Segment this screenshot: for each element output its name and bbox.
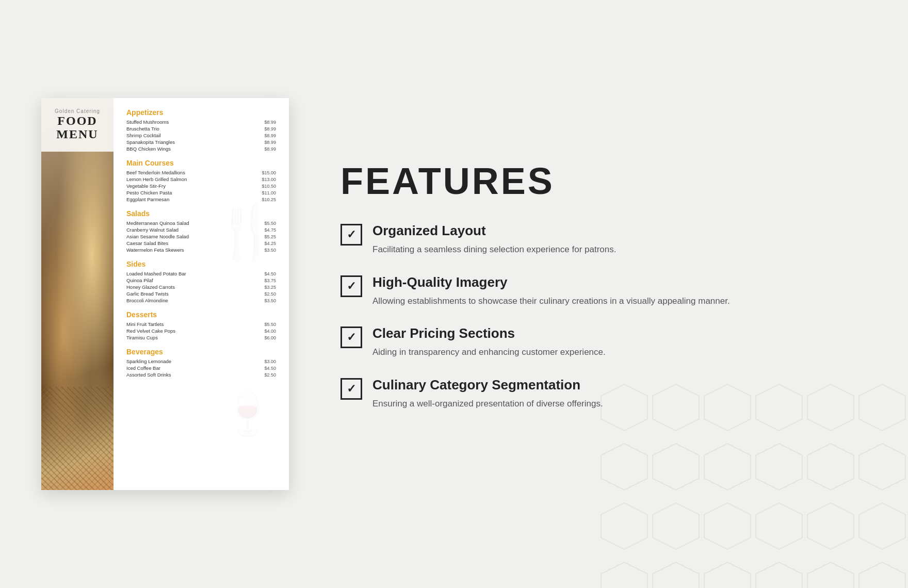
item-name: Cranberry Walnut Salad bbox=[126, 227, 264, 233]
item-price: $4.50 bbox=[264, 271, 276, 276]
menu-section-appetizers: AppetizersStuffed Mushrooms$8.99Bruschet… bbox=[126, 108, 276, 152]
item-name: Broccoli Almondine bbox=[126, 298, 264, 303]
checkmark-icon: ✓ bbox=[347, 228, 356, 241]
menu-item-row: Bruschetta Trio$8.99 bbox=[126, 126, 276, 132]
item-name: Loaded Mashed Potato Bar bbox=[126, 271, 264, 276]
item-name: Stuffed Mushrooms bbox=[126, 119, 264, 125]
item-price: $5.25 bbox=[264, 234, 276, 239]
menu-item-row: Vegetable Stir-Fry$10.50 bbox=[126, 183, 276, 189]
section-title-beverages: Beverages bbox=[126, 348, 276, 356]
feature-description: Allowing establishments to showcase thei… bbox=[372, 295, 846, 308]
feature-checkbox: ✓ bbox=[340, 326, 362, 348]
section-title-desserts: Desserts bbox=[126, 311, 276, 319]
menu-item-row: Broccoli Almondine$3.50 bbox=[126, 298, 276, 303]
item-name: Watermelon Feta Skewers bbox=[126, 247, 264, 253]
feature-item-high-quality-imagery: ✓High-Quality ImageryAllowing establishm… bbox=[340, 274, 846, 308]
checkmark-icon: ✓ bbox=[347, 280, 356, 293]
menu-item-row: Spanakopita Triangles$8.99 bbox=[126, 139, 276, 145]
menu-item-row: Garlic Bread Twists$2.50 bbox=[126, 291, 276, 297]
feature-heading: High-Quality Imagery bbox=[372, 274, 846, 290]
item-name: Bruschetta Trio bbox=[126, 126, 264, 132]
feature-item-culinary-segmentation: ✓Culinary Category SegmentationEnsuring … bbox=[340, 377, 846, 411]
menu-section-desserts: DessertsMini Fruit Tartlets$5.50Red Velv… bbox=[126, 311, 276, 340]
item-name: Eggplant Parmesan bbox=[126, 197, 262, 202]
feature-heading: Clear Pricing Sections bbox=[372, 325, 846, 341]
item-name: Spanakopita Triangles bbox=[126, 139, 264, 145]
item-price: $4.25 bbox=[264, 241, 276, 246]
feature-text-block: High-Quality ImageryAllowing establishme… bbox=[372, 274, 846, 308]
menu-item-row: Pesto Chicken Pasta$11.00 bbox=[126, 190, 276, 195]
item-name: Caesar Salad Bites bbox=[126, 240, 264, 246]
item-price: $15.00 bbox=[262, 170, 276, 175]
menu-item-row: Lemon Herb Grilled Salmon$13.00 bbox=[126, 176, 276, 182]
item-name: Honey Glazed Carrots bbox=[126, 284, 264, 290]
item-price: $3.75 bbox=[264, 278, 276, 283]
features-section: FEATURES ✓Organized LayoutFacilitating a… bbox=[320, 150, 867, 438]
checkmark-icon: ✓ bbox=[347, 382, 356, 396]
feature-description: Ensuring a well-organized presentation o… bbox=[372, 397, 846, 411]
item-name: Pesto Chicken Pasta bbox=[126, 190, 262, 195]
item-price: $3.50 bbox=[264, 248, 276, 253]
menu-section-salads: SaladsMediterranean Quinoa Salad$5.50Cra… bbox=[126, 209, 276, 253]
menu-section-beverages: BeveragesSparkling Lemonade$3.00Iced Cof… bbox=[126, 348, 276, 378]
feature-heading: Organized Layout bbox=[372, 223, 846, 239]
feature-text-block: Organized LayoutFacilitating a seamless … bbox=[372, 223, 846, 256]
menu-item-row: Shrimp Cocktail$8.99 bbox=[126, 133, 276, 138]
item-price: $8.99 bbox=[264, 133, 276, 138]
section-title-salads: Salads bbox=[126, 209, 276, 218]
menu-branding: Golden Catering bbox=[49, 108, 106, 114]
menu-item-row: Cranberry Walnut Salad$4.75 bbox=[126, 227, 276, 233]
menu-item-row: Honey Glazed Carrots$3.25 bbox=[126, 284, 276, 290]
item-price: $4.50 bbox=[264, 366, 276, 371]
menu-item-row: Quinoa Pilaf$3.75 bbox=[126, 277, 276, 283]
menu-item-row: Sparkling Lemonade$3.00 bbox=[126, 358, 276, 364]
item-price: $11.00 bbox=[262, 190, 276, 195]
item-name: BBQ Chicken Wings bbox=[126, 146, 264, 152]
menu-title: FOODMENU bbox=[49, 114, 106, 141]
feature-checkbox: ✓ bbox=[340, 378, 362, 400]
item-price: $10.50 bbox=[262, 184, 276, 189]
item-name: Quinoa Pilaf bbox=[126, 277, 264, 283]
menu-item-row: Asian Sesame Noodle Salad$5.25 bbox=[126, 234, 276, 239]
item-name: Tiramisu Cups bbox=[126, 335, 264, 340]
feature-heading: Culinary Category Segmentation bbox=[372, 377, 846, 393]
menu-item-row: Mediterranean Quinoa Salad$5.50 bbox=[126, 220, 276, 226]
item-price: $8.99 bbox=[264, 146, 276, 152]
menu-item-row: BBQ Chicken Wings$8.99 bbox=[126, 146, 276, 152]
feature-item-clear-pricing: ✓Clear Pricing SectionsAiding in transpa… bbox=[340, 325, 846, 359]
menu-item-row: Mini Fruit Tartlets$5.50 bbox=[126, 321, 276, 327]
item-price: $4.00 bbox=[264, 329, 276, 334]
item-name: Assorted Soft Drinks bbox=[126, 372, 264, 378]
menu-card: Golden Catering FOODMENU AppetizersStuff… bbox=[41, 98, 289, 490]
item-name: Asian Sesame Noodle Salad bbox=[126, 234, 264, 239]
item-price: $8.99 bbox=[264, 126, 276, 132]
item-name: Sparkling Lemonade bbox=[126, 358, 264, 364]
item-price: $13.00 bbox=[262, 177, 276, 182]
item-price: $5.50 bbox=[264, 221, 276, 226]
menu-item-row: Caesar Salad Bites$4.25 bbox=[126, 240, 276, 246]
menu-item-row: Red Velvet Cake Pops$4.00 bbox=[126, 328, 276, 334]
feature-description: Aiding in transparency and enhancing cus… bbox=[372, 346, 846, 359]
menu-header: Golden Catering FOODMENU bbox=[41, 98, 113, 152]
item-price: $4.75 bbox=[264, 227, 276, 233]
wicker-texture bbox=[41, 387, 113, 490]
item-name: Lemon Herb Grilled Salmon bbox=[126, 176, 262, 182]
item-name: Beef Tenderloin Medallions bbox=[126, 170, 262, 175]
menu-photo: Golden Catering FOODMENU bbox=[41, 98, 113, 490]
item-name: Red Velvet Cake Pops bbox=[126, 328, 264, 334]
menu-item-row: Eggplant Parmesan$10.25 bbox=[126, 197, 276, 202]
item-name: Shrimp Cocktail bbox=[126, 133, 264, 138]
item-price: $8.99 bbox=[264, 120, 276, 125]
item-name: Garlic Bread Twists bbox=[126, 291, 264, 297]
section-title-main-courses: Main Courses bbox=[126, 159, 276, 167]
feature-item-organized-layout: ✓Organized LayoutFacilitating a seamless… bbox=[340, 223, 846, 256]
item-price: $2.50 bbox=[264, 291, 276, 297]
menu-item-row: Loaded Mashed Potato Bar$4.50 bbox=[126, 271, 276, 276]
checkmark-icon: ✓ bbox=[347, 331, 356, 344]
item-name: Mini Fruit Tartlets bbox=[126, 321, 264, 327]
menu-item-row: Watermelon Feta Skewers$3.50 bbox=[126, 247, 276, 253]
feature-text-block: Clear Pricing SectionsAiding in transpar… bbox=[372, 325, 846, 359]
item-price: $8.99 bbox=[264, 140, 276, 145]
item-price: $3.25 bbox=[264, 285, 276, 290]
menu-item-row: Beef Tenderloin Medallions$15.00 bbox=[126, 170, 276, 175]
